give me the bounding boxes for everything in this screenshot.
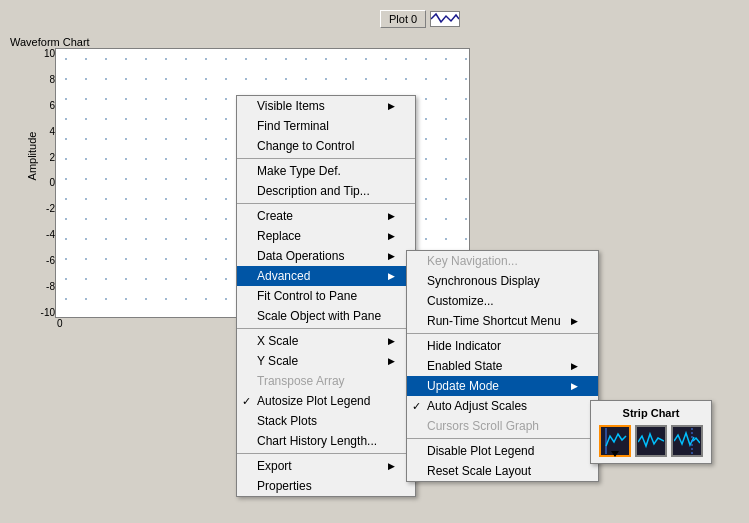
menu-item-visible-items[interactable]: Visible Items ▶ <box>237 96 415 116</box>
separator-2 <box>237 203 415 204</box>
submenu-arrow-data-operations: ▶ <box>388 251 395 261</box>
menu-item-make-type-def[interactable]: Make Type Def. <box>237 161 415 181</box>
strip-chart-title: Strip Chart <box>595 405 707 423</box>
y-tick-10: 10 <box>44 48 55 59</box>
menu-item-auto-adjust-scales[interactable]: Auto Adjust Scales <box>407 396 598 416</box>
submenu-arrow-x-scale: ▶ <box>388 336 395 346</box>
x-tick-0: 0 <box>57 318 63 329</box>
submenu-arrow-runtime: ▶ <box>571 316 578 326</box>
menu-item-create[interactable]: Create ▶ <box>237 206 415 226</box>
submenu-arrow-update-mode: ▶ <box>571 381 578 391</box>
menu-item-chart-history-length[interactable]: Chart History Length... <box>237 431 415 451</box>
y-tick-n2: -2 <box>46 203 55 214</box>
menu-item-change-to-control[interactable]: Change to Control <box>237 136 415 156</box>
strip-chart-icon-3[interactable] <box>671 425 703 457</box>
separator-5 <box>407 333 598 334</box>
menu-item-reset-scale-layout[interactable]: Reset Scale Layout <box>407 461 598 481</box>
menu-item-transpose-array: Transpose Array <box>237 371 415 391</box>
menu-item-x-scale[interactable]: X Scale ▶ <box>237 331 415 351</box>
menu-item-runtime-shortcut-menu[interactable]: Run-Time Shortcut Menu ▶ <box>407 311 598 331</box>
submenu-arrow-advanced: ▶ <box>388 271 395 281</box>
submenu-arrow-enabled-state: ▶ <box>571 361 578 371</box>
menu-item-export[interactable]: Export ▶ <box>237 456 415 476</box>
menu-item-enabled-state[interactable]: Enabled State ▶ <box>407 356 598 376</box>
menu-item-cursors-scroll-graph: Cursors Scroll Graph <box>407 416 598 436</box>
separator-6 <box>407 438 598 439</box>
plot-icon <box>430 11 460 27</box>
menu-item-hide-indicator[interactable]: Hide Indicator <box>407 336 598 356</box>
menu-item-data-operations[interactable]: Data Operations ▶ <box>237 246 415 266</box>
strip-chart-icon-1[interactable] <box>599 425 631 457</box>
menu-item-y-scale[interactable]: Y Scale ▶ <box>237 351 415 371</box>
menu-item-description-and-tip[interactable]: Description and Tip... <box>237 181 415 201</box>
menu-item-stack-plots[interactable]: Stack Plots <box>237 411 415 431</box>
menu-item-properties[interactable]: Properties <box>237 476 415 496</box>
menu-item-scale-object-with-pane[interactable]: Scale Object with Pane <box>237 306 415 326</box>
submenu-arrow-create: ▶ <box>388 211 395 221</box>
menu-item-fit-control-to-pane[interactable]: Fit Control to Pane <box>237 286 415 306</box>
y-tick-n10: -10 <box>41 307 55 318</box>
separator-1 <box>237 158 415 159</box>
submenu-arrow-export: ▶ <box>388 461 395 471</box>
strip-chart-icon-2[interactable] <box>635 425 667 457</box>
plot-button[interactable]: Plot 0 <box>380 10 426 28</box>
svg-rect-3 <box>674 428 700 454</box>
menu-item-autosize-plot-legend[interactable]: Autosize Plot Legend <box>237 391 415 411</box>
menu-item-customize[interactable]: Customize... <box>407 291 598 311</box>
chart-label: Waveform Chart <box>10 36 90 48</box>
submenu-arrow-visible-items: ▶ <box>388 101 395 111</box>
menu-item-synchronous-display[interactable]: Synchronous Display <box>407 271 598 291</box>
submenu-arrow-replace: ▶ <box>388 231 395 241</box>
context-menu-1: Visible Items ▶ Find Terminal Change to … <box>236 95 416 497</box>
context-menu-2: Key Navigation... Synchronous Display Cu… <box>406 250 599 482</box>
separator-3 <box>237 328 415 329</box>
separator-4 <box>237 453 415 454</box>
main-window: Waveform Chart Plot 0 Amplitude 10 8 6 4… <box>0 0 749 523</box>
menu-item-find-terminal[interactable]: Find Terminal <box>237 116 415 136</box>
menu-item-replace[interactable]: Replace ▶ <box>237 226 415 246</box>
menu-item-key-navigation: Key Navigation... <box>407 251 598 271</box>
menu-item-advanced[interactable]: Advanced ▶ <box>237 266 415 286</box>
plot-button-area: Plot 0 <box>380 10 460 28</box>
submenu-arrow-y-scale: ▶ <box>388 356 395 366</box>
svg-rect-2 <box>638 428 664 454</box>
menu-item-disable-plot-legend[interactable]: Disable Plot Legend <box>407 441 598 461</box>
y-tick-n6: -6 <box>46 255 55 266</box>
y-axis: 10 8 6 4 2 0 -2 -4 -6 -8 -10 <box>30 48 55 318</box>
strip-chart-popup: Strip Chart <box>590 400 712 464</box>
y-tick-n4: -4 <box>46 229 55 240</box>
y-tick-n8: -8 <box>46 281 55 292</box>
menu-item-update-mode[interactable]: Update Mode ▶ <box>407 376 598 396</box>
strip-chart-icons <box>595 423 707 459</box>
